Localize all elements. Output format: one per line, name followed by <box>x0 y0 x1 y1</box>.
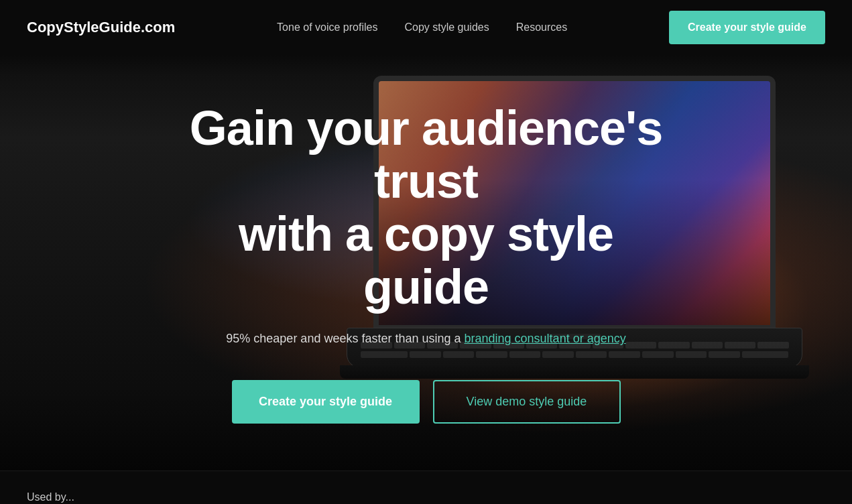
navbar: CopyStyleGuide.com Tone of voice profile… <box>0 0 852 55</box>
hero-subtitle: 95% cheaper and weeks faster than using … <box>185 330 668 348</box>
nav-link-tone-of-voice[interactable]: Tone of voice profiles <box>277 21 377 33</box>
hero-secondary-button[interactable]: View demo style guide <box>433 380 621 424</box>
hero-content: Gain your audience's trust with a copy s… <box>158 102 694 424</box>
hero-primary-button[interactable]: Create your style guide <box>232 380 420 424</box>
hero-section: Gain your audience's trust with a copy s… <box>0 55 852 470</box>
logos-section: Used by... digital digital people <box>0 470 852 504</box>
hero-subtitle-link: branding consultant or agency <box>465 332 626 345</box>
hero-buttons: Create your style guide View demo style … <box>185 380 668 424</box>
nav-links: Tone of voice profiles Copy style guides… <box>277 21 567 34</box>
site-logo[interactable]: CopyStyleGuide.com <box>27 19 175 36</box>
nav-cta-button[interactable]: Create your style guide <box>669 11 825 44</box>
hero-title: Gain your audience's trust with a copy s… <box>185 102 668 314</box>
hero-title-line2: with a copy style guide <box>239 207 613 314</box>
nav-link-copy-style-guides[interactable]: Copy style guides <box>404 21 489 33</box>
hero-title-line1: Gain your audience's trust <box>190 101 662 208</box>
nav-link-resources[interactable]: Resources <box>516 21 567 33</box>
used-by-label: Used by... <box>27 491 825 503</box>
